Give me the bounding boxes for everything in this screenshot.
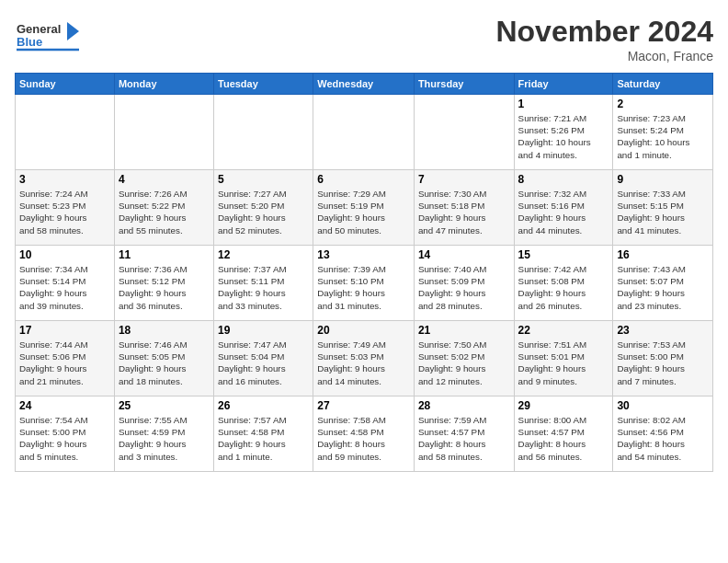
day-info: Sunrise: 7:44 AM Sunset: 5:06 PM Dayligh…	[19, 339, 110, 387]
day-number: 3	[19, 173, 110, 186]
header: General Blue November 2024 Macon, France	[15, 15, 713, 63]
day-info: Sunrise: 7:46 AM Sunset: 5:05 PM Dayligh…	[119, 339, 210, 387]
day-info: Sunrise: 7:24 AM Sunset: 5:23 PM Dayligh…	[19, 188, 110, 236]
day-info: Sunrise: 7:55 AM Sunset: 4:59 PM Dayligh…	[119, 414, 210, 463]
day-info: Sunrise: 7:40 AM Sunset: 5:09 PM Dayligh…	[418, 263, 510, 312]
calendar-week-2: 3Sunrise: 7:24 AM Sunset: 5:23 PM Daylig…	[16, 170, 713, 246]
day-number: 16	[617, 248, 709, 261]
calendar-cell: 9Sunrise: 7:33 AM Sunset: 5:15 PM Daylig…	[613, 170, 713, 246]
day-number: 29	[518, 399, 609, 412]
day-info: Sunrise: 7:23 AM Sunset: 5:24 PM Dayligh…	[617, 112, 709, 161]
day-info: Sunrise: 7:39 AM Sunset: 5:10 PM Dayligh…	[317, 263, 410, 312]
calendar-week-1: 1Sunrise: 7:21 AM Sunset: 5:26 PM Daylig…	[16, 95, 713, 170]
day-number: 22	[518, 324, 609, 337]
calendar-cell: 10Sunrise: 7:34 AM Sunset: 5:14 PM Dayli…	[16, 246, 115, 321]
calendar-cell: 29Sunrise: 8:00 AM Sunset: 4:57 PM Dayli…	[514, 396, 613, 472]
day-info: Sunrise: 7:58 AM Sunset: 4:58 PM Dayligh…	[317, 414, 410, 463]
calendar-cell: 19Sunrise: 7:47 AM Sunset: 5:04 PM Dayli…	[214, 321, 313, 396]
svg-text:General: General	[17, 22, 61, 36]
header-tuesday: Tuesday	[214, 74, 313, 95]
calendar-cell: 20Sunrise: 7:49 AM Sunset: 5:03 PM Dayli…	[313, 321, 415, 396]
day-number: 20	[317, 324, 410, 337]
weekday-row: Sunday Monday Tuesday Wednesday Thursday…	[16, 74, 713, 95]
day-info: Sunrise: 8:02 AM Sunset: 4:56 PM Dayligh…	[617, 414, 709, 463]
day-info: Sunrise: 7:27 AM Sunset: 5:20 PM Dayligh…	[218, 188, 309, 236]
calendar-cell: 18Sunrise: 7:46 AM Sunset: 5:05 PM Dayli…	[114, 321, 213, 396]
calendar-cell: 8Sunrise: 7:32 AM Sunset: 5:16 PM Daylig…	[514, 170, 613, 246]
day-number: 14	[418, 248, 510, 261]
calendar-cell: 27Sunrise: 7:58 AM Sunset: 4:58 PM Dayli…	[313, 396, 415, 472]
calendar-cell: 11Sunrise: 7:36 AM Sunset: 5:12 PM Dayli…	[114, 246, 213, 321]
calendar-cell: 4Sunrise: 7:26 AM Sunset: 5:22 PM Daylig…	[114, 170, 213, 246]
calendar-cell	[414, 95, 514, 170]
day-number: 28	[418, 399, 510, 412]
day-info: Sunrise: 7:49 AM Sunset: 5:03 PM Dayligh…	[317, 339, 410, 387]
calendar-cell: 1Sunrise: 7:21 AM Sunset: 5:26 PM Daylig…	[514, 95, 613, 170]
day-number: 26	[218, 399, 309, 412]
day-info: Sunrise: 7:21 AM Sunset: 5:26 PM Dayligh…	[518, 112, 609, 161]
header-saturday: Saturday	[613, 74, 713, 95]
calendar-cell	[114, 95, 213, 170]
day-number: 30	[617, 399, 709, 412]
calendar-table: Sunday Monday Tuesday Wednesday Thursday…	[15, 73, 713, 472]
calendar-cell: 13Sunrise: 7:39 AM Sunset: 5:10 PM Dayli…	[313, 246, 415, 321]
calendar-cell: 3Sunrise: 7:24 AM Sunset: 5:23 PM Daylig…	[16, 170, 115, 246]
day-info: Sunrise: 8:00 AM Sunset: 4:57 PM Dayligh…	[518, 414, 609, 463]
calendar-week-5: 24Sunrise: 7:54 AM Sunset: 5:00 PM Dayli…	[16, 396, 713, 472]
header-monday: Monday	[114, 74, 213, 95]
calendar-cell: 22Sunrise: 7:51 AM Sunset: 5:01 PM Dayli…	[514, 321, 613, 396]
calendar-cell: 15Sunrise: 7:42 AM Sunset: 5:08 PM Dayli…	[514, 246, 613, 321]
calendar-cell: 2Sunrise: 7:23 AM Sunset: 5:24 PM Daylig…	[613, 95, 713, 170]
calendar-cell: 14Sunrise: 7:40 AM Sunset: 5:09 PM Dayli…	[414, 246, 514, 321]
day-number: 8	[518, 173, 609, 186]
header-thursday: Thursday	[414, 74, 514, 95]
calendar-header: Sunday Monday Tuesday Wednesday Thursday…	[16, 74, 713, 95]
day-number: 23	[617, 324, 709, 337]
calendar-cell: 7Sunrise: 7:30 AM Sunset: 5:18 PM Daylig…	[414, 170, 514, 246]
day-info: Sunrise: 7:50 AM Sunset: 5:02 PM Dayligh…	[418, 339, 510, 387]
day-number: 21	[418, 324, 510, 337]
day-number: 7	[418, 173, 510, 186]
day-info: Sunrise: 7:34 AM Sunset: 5:14 PM Dayligh…	[19, 263, 110, 312]
subtitle: Macon, France	[495, 49, 713, 63]
day-number: 6	[317, 173, 410, 186]
logo-svg: General Blue	[15, 15, 88, 56]
day-info: Sunrise: 7:37 AM Sunset: 5:11 PM Dayligh…	[218, 263, 309, 312]
logo: General Blue	[15, 15, 88, 56]
day-info: Sunrise: 7:51 AM Sunset: 5:01 PM Dayligh…	[518, 339, 609, 387]
day-number: 27	[317, 399, 410, 412]
day-number: 5	[218, 173, 309, 186]
calendar-cell: 28Sunrise: 7:59 AM Sunset: 4:57 PM Dayli…	[414, 396, 514, 472]
calendar-cell: 24Sunrise: 7:54 AM Sunset: 5:00 PM Dayli…	[16, 396, 115, 472]
day-number: 11	[119, 248, 210, 261]
day-info: Sunrise: 7:59 AM Sunset: 4:57 PM Dayligh…	[418, 414, 510, 463]
page: General Blue November 2024 Macon, France…	[0, 0, 728, 563]
day-number: 13	[317, 248, 410, 261]
day-number: 18	[119, 324, 210, 337]
day-info: Sunrise: 7:42 AM Sunset: 5:08 PM Dayligh…	[518, 263, 609, 312]
header-friday: Friday	[514, 74, 613, 95]
day-number: 10	[19, 248, 110, 261]
calendar-cell	[313, 95, 415, 170]
day-number: 15	[518, 248, 609, 261]
day-number: 17	[19, 324, 110, 337]
day-info: Sunrise: 7:54 AM Sunset: 5:00 PM Dayligh…	[19, 414, 110, 463]
calendar-cell: 30Sunrise: 8:02 AM Sunset: 4:56 PM Dayli…	[613, 396, 713, 472]
calendar-week-4: 17Sunrise: 7:44 AM Sunset: 5:06 PM Dayli…	[16, 321, 713, 396]
calendar-cell	[214, 95, 313, 170]
calendar-cell: 16Sunrise: 7:43 AM Sunset: 5:07 PM Dayli…	[613, 246, 713, 321]
calendar-cell: 26Sunrise: 7:57 AM Sunset: 4:58 PM Dayli…	[214, 396, 313, 472]
title-section: November 2024 Macon, France	[495, 15, 713, 63]
day-info: Sunrise: 7:30 AM Sunset: 5:18 PM Dayligh…	[418, 188, 510, 236]
day-number: 9	[617, 173, 709, 186]
calendar-week-3: 10Sunrise: 7:34 AM Sunset: 5:14 PM Dayli…	[16, 246, 713, 321]
day-number: 1	[518, 98, 609, 110]
header-sunday: Sunday	[16, 74, 115, 95]
calendar-cell: 23Sunrise: 7:53 AM Sunset: 5:00 PM Dayli…	[613, 321, 713, 396]
day-info: Sunrise: 7:53 AM Sunset: 5:00 PM Dayligh…	[617, 339, 709, 387]
day-number: 25	[119, 399, 210, 412]
day-number: 24	[19, 399, 110, 412]
calendar-cell: 6Sunrise: 7:29 AM Sunset: 5:19 PM Daylig…	[313, 170, 415, 246]
calendar-cell	[16, 95, 115, 170]
calendar-cell: 12Sunrise: 7:37 AM Sunset: 5:11 PM Dayli…	[214, 246, 313, 321]
